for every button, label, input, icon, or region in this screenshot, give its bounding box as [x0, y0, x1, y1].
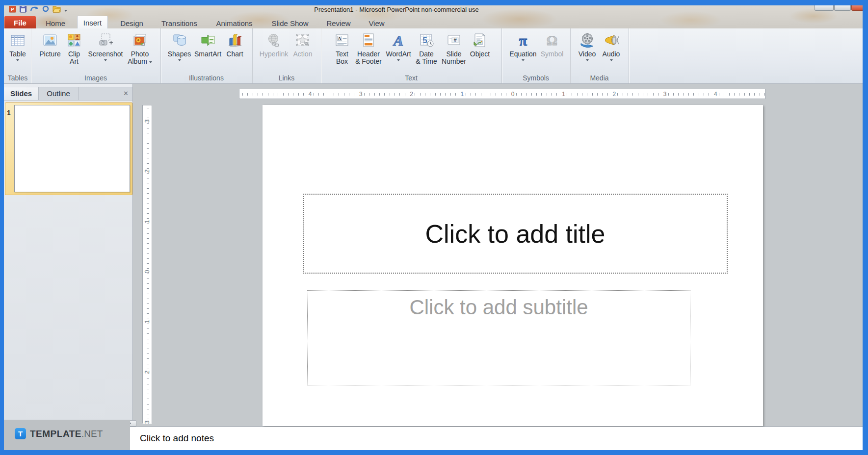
- shapes-icon: [172, 31, 187, 49]
- tab-file[interactable]: File: [4, 16, 36, 28]
- notes-pane[interactable]: Click to add notes: [130, 427, 863, 450]
- ribbon-group-text: A TextBox Header& Footer A WordArt: [321, 28, 502, 83]
- slide-number-button[interactable]: # SlideNumber: [440, 28, 468, 65]
- tab-animations[interactable]: Animations: [213, 16, 255, 28]
- maximize-button[interactable]: [834, 5, 851, 11]
- dropdown-caret-icon: [586, 59, 589, 61]
- group-label-text: Text: [321, 74, 501, 82]
- equation-icon: π: [515, 31, 531, 49]
- dropdown-caret-icon: [149, 61, 152, 63]
- minimize-button[interactable]: [815, 5, 834, 11]
- ribbon-group-illustrations: Shapes SmartArt Chart Illustrations: [160, 28, 253, 83]
- shapes-button[interactable]: Shapes: [167, 28, 192, 61]
- dropdown-caret-icon: [522, 59, 525, 61]
- ruler-number: 3: [143, 420, 152, 424]
- wordart-button[interactable]: A WordArt: [384, 28, 413, 61]
- wordart-icon: A: [390, 31, 407, 49]
- table-button[interactable]: Table: [7, 28, 28, 61]
- window-title: Presentation1 - Microsoft PowerPoint non…: [220, 6, 573, 13]
- photo-album-button[interactable]: PhotoAlbum: [126, 28, 154, 65]
- object-icon: [472, 31, 488, 49]
- hyperlink-icon: [266, 31, 282, 49]
- slide-number-icon: #: [446, 31, 462, 49]
- ruler-number: 2: [409, 91, 414, 98]
- dropdown-caret-icon: [16, 59, 19, 61]
- ribbon-tab-bar: File Home Insert Design Transitions Anim…: [4, 15, 863, 28]
- save-icon[interactable]: [20, 6, 26, 13]
- text-box-button[interactable]: A TextBox: [331, 28, 353, 65]
- ruler-number: 3: [358, 91, 364, 98]
- tab-insert[interactable]: Insert: [77, 16, 108, 28]
- smartart-button[interactable]: SmartArt: [192, 28, 224, 58]
- svg-text:Ω: Ω: [547, 33, 557, 48]
- close-button[interactable]: [851, 5, 863, 11]
- tab-slide-show[interactable]: Slide Show: [269, 16, 311, 28]
- table-icon: [10, 31, 26, 49]
- ruler-number: 1: [561, 91, 566, 98]
- object-button[interactable]: Object: [468, 28, 492, 58]
- open-icon[interactable]: [53, 6, 61, 13]
- subtitle-placeholder[interactable]: Click to add subtitle: [307, 290, 690, 385]
- title-placeholder[interactable]: Click to add title: [303, 194, 728, 274]
- dropdown-caret-icon: [397, 59, 400, 61]
- slide-number-label: 1: [7, 109, 11, 117]
- screenshot-icon: [98, 31, 113, 49]
- tab-outline[interactable]: Outline: [39, 87, 79, 100]
- tab-home[interactable]: Home: [42, 16, 69, 28]
- action-button: Action: [290, 28, 316, 58]
- tab-view[interactable]: View: [366, 16, 388, 28]
- ribbon-group-symbols: π Equation Ω Symbol Symbols: [501, 28, 571, 83]
- template-net-logo: T TEMPLATE.NET: [15, 428, 103, 439]
- ruler-number: 1: [460, 91, 465, 98]
- svg-text:#: #: [453, 37, 456, 43]
- slides-panel-tabs: Slides Outline ✕: [4, 87, 132, 101]
- redo-icon[interactable]: [42, 6, 49, 13]
- template-net-icon: T: [15, 428, 26, 439]
- panel-close-icon[interactable]: ✕: [123, 90, 129, 97]
- ruler-number: 2: [143, 170, 152, 173]
- group-label-links: Links: [252, 74, 321, 82]
- clip-art-button[interactable]: ClipArt: [63, 28, 85, 65]
- audio-button[interactable]: Audio: [599, 28, 624, 61]
- ruler-number: 0: [510, 91, 516, 98]
- template-net-watermark: T TEMPLATE.NET: [4, 420, 130, 450]
- ribbon-group-links: Hyperlink Action Links: [252, 28, 321, 83]
- picture-button[interactable]: Picture: [37, 28, 63, 58]
- svg-text:5: 5: [422, 36, 427, 45]
- quick-access-toolbar[interactable]: P: [9, 5, 67, 13]
- text-box-icon: A: [334, 31, 350, 49]
- date-time-button[interactable]: 5 Date& Time: [413, 28, 440, 65]
- svg-text:P: P: [11, 7, 14, 12]
- photo-album-icon: [132, 31, 148, 49]
- smartart-icon: [200, 31, 216, 49]
- ruler-number: 2: [143, 370, 152, 374]
- slide-thumbnail-selected[interactable]: 1: [5, 102, 132, 195]
- tab-design[interactable]: Design: [116, 16, 148, 28]
- slide-thumbnail[interactable]: [14, 105, 130, 192]
- ribbon-group-images: Picture ClipArt Screenshot: [31, 28, 161, 83]
- group-label-images: Images: [31, 74, 160, 82]
- ribbon: Table Tables Picture ClipArt: [4, 28, 863, 84]
- picture-icon: [42, 31, 58, 49]
- tab-transitions[interactable]: Transitions: [159, 16, 200, 28]
- equation-button[interactable]: π Equation: [507, 28, 539, 61]
- chart-icon: [227, 31, 243, 49]
- video-button[interactable]: Video: [576, 28, 599, 61]
- chart-button[interactable]: Chart: [224, 28, 246, 58]
- tab-slides[interactable]: Slides: [4, 87, 39, 100]
- video-icon: [579, 31, 595, 49]
- customize-dropdown-icon[interactable]: [64, 10, 67, 12]
- group-label-illustrations: Illustrations: [160, 74, 252, 82]
- svg-text:A: A: [393, 32, 403, 48]
- title-placeholder-text: Click to add title: [425, 219, 605, 249]
- header-footer-button[interactable]: Header& Footer: [353, 28, 384, 65]
- undo-icon[interactable]: [30, 6, 39, 13]
- tab-review[interactable]: Review: [323, 16, 354, 28]
- action-icon: [295, 31, 311, 49]
- ribbon-group-media: Video Audio Media: [570, 28, 629, 83]
- clip-art-icon: [66, 31, 82, 49]
- screenshot-button[interactable]: Screenshot: [85, 28, 126, 61]
- symbol-icon: Ω: [544, 31, 560, 49]
- group-label-media: Media: [570, 74, 629, 82]
- ruler-number: 1: [143, 320, 152, 324]
